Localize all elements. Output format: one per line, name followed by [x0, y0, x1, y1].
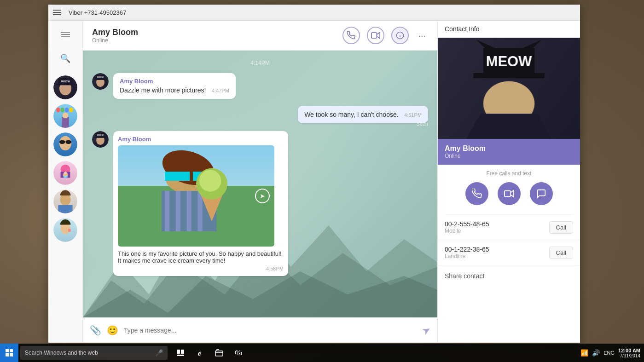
message-bubble-out-1: We took so many, I can't choose. 4:51PM: [298, 106, 428, 123]
sidebar-contact-5[interactable]: [53, 190, 77, 213]
svg-rect-0: [371, 33, 377, 38]
microphone-icon: 🎤: [155, 349, 163, 356]
svg-rect-14: [177, 355, 184, 356]
message-bubble-1: Amy Bloom Dazzle me with more pictures! …: [113, 73, 236, 99]
message-time-1: 4:47PM: [212, 88, 229, 93]
svg-rect-11: [10, 353, 13, 356]
share-contact-button[interactable]: Share contact: [438, 265, 580, 287]
more-options-button[interactable]: ···: [416, 30, 428, 41]
taskbar-date: 7/31/2014: [618, 353, 640, 358]
image-caption-1: This one is my favorite picture of you. …: [118, 250, 284, 264]
phone-row-1: 00-2-555-48-65 Mobile Call: [438, 215, 580, 240]
keyboard-icon: ENG: [603, 350, 615, 356]
chat-contact-status: Online: [92, 37, 342, 44]
store-icon[interactable]: 🛍: [229, 344, 248, 362]
sidebar-contact-6[interactable]: [53, 218, 77, 242]
taskbar-search-bar[interactable]: Search Windows and the web 🎤: [20, 346, 168, 360]
sidebar-menu-button[interactable]: [56, 25, 75, 44]
contact-panel-name: Amy Bloom: [445, 144, 573, 153]
chat-contact-name: Amy Bloom: [92, 28, 342, 37]
free-calls-label: Free calls and text: [445, 170, 573, 177]
image-container-1[interactable]: ➤: [118, 145, 274, 247]
message-input-area: 📎 🙂 ➤: [83, 317, 437, 343]
chat-area: Amy Bloom Online: [83, 21, 437, 343]
message-text-out-1: We took so many, I can't choose.: [304, 111, 398, 118]
message-sender-1: Amy Bloom: [120, 78, 229, 85]
contact-panel-header: Contact Info: [438, 21, 580, 38]
volume-icon: 🔊: [592, 349, 600, 356]
chat-header-actions: ···: [342, 27, 428, 44]
message-avatar-2: [92, 131, 109, 148]
voice-call-button[interactable]: [342, 27, 360, 44]
task-view-button[interactable]: [171, 344, 190, 362]
contact-name-bar: Amy Bloom Online: [438, 139, 580, 165]
chat-header-info: Amy Bloom Online: [92, 28, 342, 44]
message-image-1: Amy Bloom ➤ This one is my favorite pict…: [92, 131, 428, 276]
svg-rect-9: [10, 349, 13, 352]
contact-actions-section: Free calls and text: [438, 165, 580, 214]
title-bar: Viber +731-49502367: [48, 5, 580, 21]
svg-marker-6: [83, 271, 437, 317]
taskbar: Search Windows and the web 🎤 𝒆 🛍 📶 🔊 ENG…: [0, 344, 644, 362]
contact-photo: [438, 38, 580, 139]
sidebar-contact-3[interactable]: [53, 132, 77, 156]
svg-rect-10: [6, 353, 9, 356]
contact-video-call-button[interactable]: [498, 182, 521, 205]
start-button[interactable]: [0, 344, 18, 362]
network-icon: 📶: [580, 349, 588, 356]
sidebar-contact-4[interactable]: [53, 161, 77, 185]
main-window: Viber +731-49502367 🔍: [48, 5, 580, 343]
edge-browser-icon[interactable]: 𝒆: [191, 344, 209, 362]
time-label-1: 4:14PM: [92, 60, 428, 66]
attach-button[interactable]: 📎: [90, 325, 101, 336]
taskbar-search-text: Search Windows and the web: [25, 350, 155, 356]
sidebar-contact-2[interactable]: [53, 104, 77, 128]
image-time-1: 4:58PM: [118, 266, 284, 271]
emoji-button[interactable]: 🙂: [107, 325, 118, 336]
messages-area: 4:14PM Amy Bloom Dazzle me with more pic…: [83, 51, 437, 317]
taskbar-tray: 📶 🔊 ENG 12:00 AM 7/31/2014: [580, 348, 644, 358]
image-play-button[interactable]: ➤: [255, 189, 270, 203]
sidebar-contact-1[interactable]: [53, 75, 77, 99]
message-text-1: Dazzle me with more pictures!: [120, 86, 206, 94]
contact-action-buttons: [445, 182, 573, 205]
svg-rect-8: [6, 349, 9, 352]
call-button-1[interactable]: Call: [549, 221, 573, 234]
message-incoming-1: Amy Bloom Dazzle me with more pictures! …: [92, 73, 428, 99]
svg-rect-15: [215, 351, 223, 356]
taskbar-clock: 12:00 AM 7/31/2014: [618, 348, 640, 358]
sidebar-search-button[interactable]: 🔍: [56, 49, 75, 68]
svg-rect-13: [181, 350, 184, 354]
contact-message-button[interactable]: [530, 182, 553, 205]
image-bubble-1: Amy Bloom ➤ This one is my favorite pict…: [113, 131, 288, 276]
title-bar-title: Viber +731-49502367: [69, 9, 126, 16]
phone-row-2: 00-1-222-38-65 Landline Call: [438, 240, 580, 265]
phone-number-2: 00-1-222-38-65: [445, 246, 549, 253]
image-sender-1: Amy Bloom: [118, 136, 284, 143]
phone-info-2: 00-1-222-38-65 Landline: [445, 246, 549, 259]
call-button-2[interactable]: Call: [549, 247, 573, 259]
message-timestamp-1: 4:14PM: [92, 60, 428, 66]
message-avatar-1: [92, 73, 109, 90]
title-bar-menu-icon[interactable]: [53, 7, 64, 18]
svg-rect-7: [504, 191, 510, 197]
taskbar-time: 12:00 AM: [618, 348, 640, 353]
file-explorer-icon[interactable]: [210, 344, 228, 362]
phone-info-1: 00-2-555-48-65 Mobile: [445, 220, 549, 234]
sidebar: 🔍: [48, 21, 83, 343]
info-button[interactable]: [391, 27, 409, 44]
app-body: 🔍: [48, 21, 580, 343]
contact-panel-status: Online: [445, 153, 573, 159]
chat-header: Amy Bloom Online: [83, 21, 437, 51]
contact-panel: Contact Info Amy Bloom Online Free calls…: [437, 21, 580, 343]
contact-voice-call-button[interactable]: [465, 182, 488, 205]
phone-number-1: 00-2-555-48-65: [445, 220, 549, 228]
phone-type-2: Landline: [445, 253, 549, 259]
message-time-out-1: 4:51PM: [404, 112, 422, 118]
message-input[interactable]: [124, 327, 417, 334]
taskbar-app-icons: 𝒆 🛍: [171, 344, 248, 362]
send-button[interactable]: ➤: [420, 323, 433, 338]
video-call-button[interactable]: [367, 27, 384, 44]
svg-rect-12: [177, 350, 180, 354]
phone-type-1: Mobile: [445, 228, 549, 234]
